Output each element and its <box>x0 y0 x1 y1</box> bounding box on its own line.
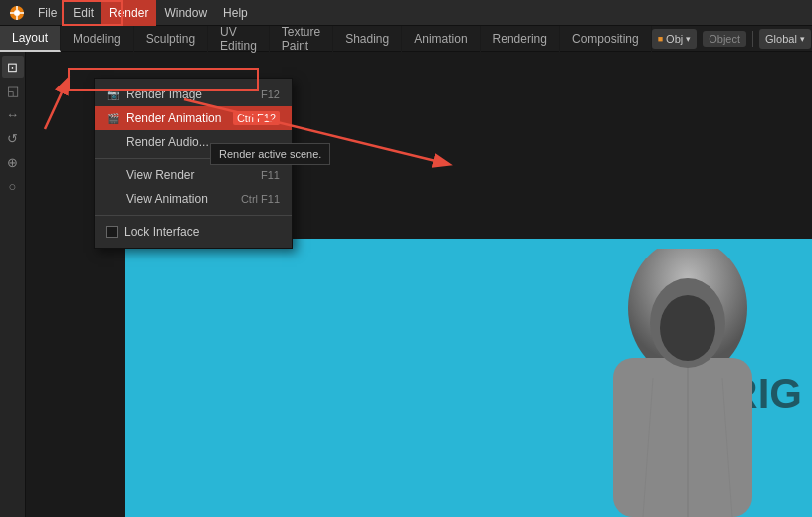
menu-render[interactable]: Render <box>102 0 156 26</box>
view-render-shortcut: F11 <box>261 169 280 181</box>
render-dropdown: 📷 Render Image F12 🎬 Render Animation Ct… <box>94 78 293 249</box>
menu-window[interactable]: Window <box>156 0 215 26</box>
menu-edit[interactable]: Edit <box>65 0 102 26</box>
view-render-label: View Render <box>126 168 194 182</box>
left-icon-scale[interactable]: ⊕ <box>2 151 24 173</box>
dropdown-sep-2 <box>95 215 292 216</box>
tab-layout[interactable]: Layout <box>0 26 61 52</box>
menu-render-image[interactable]: 📷 Render Image F12 <box>95 83 292 106</box>
svg-rect-7 <box>613 358 752 517</box>
svg-point-1 <box>14 10 20 16</box>
tab-sculpting[interactable]: Sculpting <box>134 26 208 52</box>
menu-file[interactable]: File <box>30 0 65 26</box>
menu-lock-interface[interactable]: Lock Interface <box>95 220 292 244</box>
audio-icon <box>106 135 120 149</box>
svg-point-9 <box>660 295 715 361</box>
menu-help[interactable]: Help <box>215 0 256 26</box>
view-animation-shortcut: Ctrl F11 <box>241 193 280 205</box>
obj-label: Obj <box>666 33 683 45</box>
menu-render-animation[interactable]: 🎬 Render Animation Ctrl F12 <box>95 106 292 130</box>
render-animation-shortcut: Ctrl F12 <box>233 111 280 125</box>
menu-view-animation[interactable]: View Animation Ctrl F11 <box>95 187 292 211</box>
tab-compositing[interactable]: Compositing <box>560 26 652 52</box>
dropdown-sep <box>95 158 292 159</box>
tab-shading[interactable]: Shading <box>333 26 402 52</box>
object-dropdown[interactable]: ■ Obj ▾ <box>652 29 698 49</box>
tab-modeling[interactable]: Modeling <box>61 26 134 52</box>
dropdown-menu: 📷 Render Image F12 🎬 Render Animation Ct… <box>94 78 293 249</box>
blender-logo[interactable] <box>4 0 30 26</box>
menu-view-render[interactable]: View Render F11 <box>95 163 292 187</box>
render-audio-label: Render Audio... <box>126 135 209 149</box>
left-icon-cursor[interactable]: ◱ <box>2 80 24 101</box>
render-image-shortcut: F12 <box>261 88 280 100</box>
object-label[interactable]: Object <box>703 31 746 47</box>
view-icon <box>106 168 120 182</box>
view-animation-label: View Animation <box>126 192 208 206</box>
render-preview: T RIG <box>125 239 812 517</box>
lock-interface-label: Lock Interface <box>124 225 199 239</box>
viewport[interactable]: T RIG <box>26 52 812 517</box>
tab-animation[interactable]: Animation <box>402 26 480 52</box>
camera-icon: 📷 <box>106 87 120 101</box>
left-icon-transform[interactable]: ○ <box>2 175 24 197</box>
left-panel: ⊡ ◱ ↔ ↺ ⊕ ○ <box>0 52 26 517</box>
render-image-label: Render Image <box>126 87 202 101</box>
tab-rendering[interactable]: Rendering <box>481 26 560 52</box>
main-area: ⊡ ◱ ↔ ↺ ⊕ ○ T RIG <box>0 52 812 517</box>
view-anim-icon <box>106 192 120 206</box>
figure-svg <box>593 249 772 517</box>
global-label: Global <box>765 33 797 45</box>
left-icon-move[interactable]: ↔ <box>2 103 24 125</box>
tab-texture-paint[interactable]: Texture Paint <box>270 26 333 52</box>
film-icon: 🎬 <box>106 111 120 125</box>
lock-interface-checkbox[interactable] <box>106 226 118 238</box>
menu-bar: File Edit Render Window Help <box>0 0 812 26</box>
global-dropdown[interactable]: Global ▾ <box>759 29 811 49</box>
menu-render-audio[interactable]: Render Audio... <box>95 130 292 154</box>
menu-bar-left: File Edit Render Window Help <box>4 0 256 26</box>
tab-uv-editing[interactable]: UV Editing <box>208 26 270 52</box>
left-icon-rotate[interactable]: ↺ <box>2 127 24 149</box>
left-icon-select[interactable]: ⊡ <box>2 56 24 78</box>
render-animation-label: Render Animation <box>126 111 221 125</box>
